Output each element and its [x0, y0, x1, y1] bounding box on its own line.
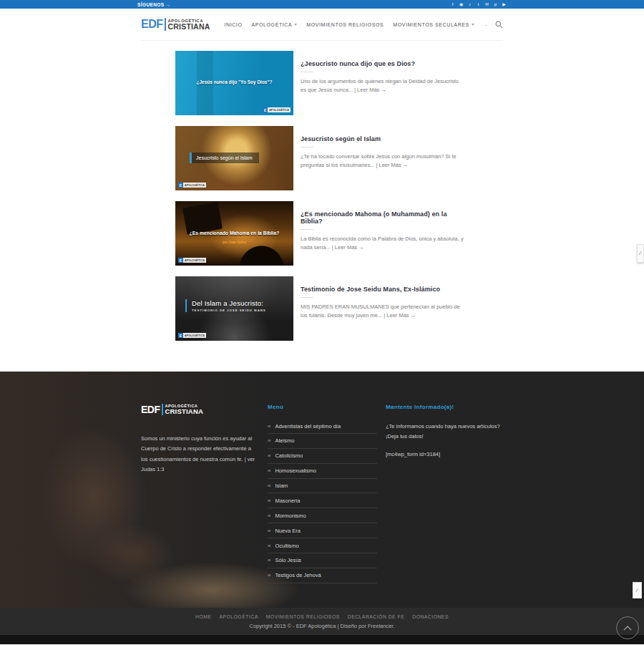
watermark-logo-icon: E [178, 258, 183, 263]
scroll-to-top-button[interactable] [616, 616, 639, 639]
list-icon: ≡ [268, 528, 270, 534]
footer-menu-item-nueva-era[interactable]: ≡Nueva Era [268, 523, 377, 538]
logo-abbr: EDF [141, 404, 160, 415]
footer-logo[interactable]: EDF APOLOGÉTICA CRISTIANA [141, 404, 259, 415]
watermark-badge: E APOLOGÉTICA [263, 107, 291, 112]
list-icon: ≡ [268, 572, 270, 578]
footer-menu-item-masoneria[interactable]: ≡Masoneria [268, 493, 377, 508]
footer-link-donaciones[interactable]: DONACIONES [412, 614, 449, 619]
article-excerpt[interactable]: ¿Te ha tocado conversar sobre Jesús con … [301, 152, 464, 170]
social-links: f ◉ ♪ t ✉ p ▶ [450, 2, 507, 6]
list-icon: ≡ [268, 423, 270, 430]
footer-menu-item-ocultismo[interactable]: ≡Ocultismo [268, 538, 377, 553]
search-icon[interactable] [495, 21, 503, 29]
list-icon: ≡ [268, 467, 270, 474]
nav-item-inicio[interactable]: INICIO [224, 22, 242, 27]
footer-link-apologetica[interactable]: APOLOGÉTICA [219, 614, 258, 619]
footer-widgets-area: EDF APOLOGÉTICA CRISTIANA Somos un minis… [0, 372, 644, 608]
side-widget-tab[interactable]: ⁄ [637, 244, 644, 263]
article-excerpt[interactable]: La Biblia es reconocida como la Palabra … [301, 235, 464, 253]
article-title-link[interactable]: ¿Es mencionado Mahoma (o Muhammad) en la… [301, 210, 464, 225]
footer-menu-title: Menú [268, 404, 377, 410]
topbar: SÍGUENOS → f ◉ ♪ t ✉ p ▶ [0, 0, 644, 9]
thumb-byline: por Juan Valles [175, 241, 293, 244]
list-icon: ≡ [268, 482, 270, 489]
thumb-caption: Del Islam a Jesucristo: [192, 299, 266, 307]
instagram-icon[interactable]: ◉ [459, 2, 464, 6]
email-icon[interactable]: ✉ [484, 2, 489, 6]
footer-menu-item-testigos[interactable]: ≡Testigos de Jehová [268, 568, 377, 583]
footer-link-movimientos-religiosos[interactable]: MOVIMIENTOS RELIGIOSOS [266, 614, 340, 619]
article-row: Del Islam a Jesucristo: TESTIMONIO DE JO… [175, 276, 463, 341]
footer-link-home[interactable]: HOME [195, 614, 211, 619]
list-icon: ≡ [268, 543, 270, 549]
footer-about-column: EDF APOLOGÉTICA CRISTIANA Somos un minis… [141, 404, 259, 583]
footer-menu-item-ateismo[interactable]: ≡Ateismo [268, 434, 377, 449]
article-title-link[interactable]: ¿Jesucristo nunca dijo que es Dios? [301, 60, 464, 67]
copyright-text: Copyright 2015 © - EDF Apologética | Dis… [0, 623, 644, 629]
footer-menu-item-mormonismo[interactable]: ≡Mormonismo [268, 508, 377, 523]
menu-item-label: Testigos de Jehová [275, 572, 321, 578]
nav-item-movimientos-religiosos[interactable]: MOVIMIENTOS RELIGIOSOS [306, 22, 384, 27]
header-right: - [485, 21, 503, 29]
chevron-up-icon [623, 626, 632, 631]
watermark-badge: E APOLOGÉTICA [178, 258, 206, 263]
pinterest-icon[interactable]: p [493, 2, 498, 6]
footer-menu-list: ≡Adventistas del séptimo día ≡Ateismo ≡C… [268, 419, 377, 583]
thumb-caption: ¿Jesús nunca dijo "Yo Soy Dios"? [175, 79, 293, 84]
article-body: Testimonio de Jose Seidu Mans, Ex-Islámi… [301, 276, 464, 341]
footer-menu-item-homosexualismo[interactable]: ≡Homosexualismo [268, 464, 377, 479]
list-icon: ≡ [268, 557, 270, 563]
follow-us-link[interactable]: SÍGUENOS → [137, 2, 171, 7]
logo-divider [165, 18, 166, 31]
article-title-link[interactable]: Jesucristo según el Islam [301, 135, 464, 142]
menu-item-label: Nueva Era [275, 528, 300, 534]
list-icon: ≡ [268, 452, 270, 459]
watermark-logo-icon: E [178, 183, 183, 188]
article-row: ¿Jesús nunca dijo "Yo Soy Dios"? E APOLO… [175, 51, 463, 115]
thumb-caption: Jesucristo según el Islam [190, 152, 259, 163]
nav-item-movimientos-seculares[interactable]: MOVIMIENTOS SECULARES [393, 22, 474, 27]
footer-menu-item-adventistas[interactable]: ≡Adventistas del séptimo día [268, 419, 377, 434]
logo-line2: CRISTIANA [168, 23, 210, 31]
newsletter-text: ¿Te informamos cuando haya nuevos artícu… [386, 422, 503, 442]
logo-text: APOLOGÉTICA CRISTIANA [168, 19, 210, 31]
menu-item-label: Islam [275, 482, 288, 489]
logo-text: APOLOGÉTICA CRISTIANA [165, 404, 204, 415]
tiktok-icon[interactable]: ♪ [467, 2, 472, 6]
article-thumbnail[interactable]: Del Islam a Jesucristo: TESTIMONIO DE JO… [175, 276, 293, 341]
footer: EDF APOLOGÉTICA CRISTIANA Somos un minis… [0, 372, 644, 644]
footer-link-declaracion-de-fe[interactable]: DECLARACIÓN DE FE [348, 614, 405, 619]
title-divider [301, 229, 313, 230]
menu-item-label: Masoneria [275, 498, 300, 504]
thumb-book-shape [182, 201, 222, 234]
nav-item-apologetica[interactable]: APOLOGÉTICA [251, 22, 297, 27]
twitter-icon[interactable]: t [476, 2, 481, 6]
article-row: ¿Es mencionado Mahoma en la Biblia? por … [175, 201, 463, 266]
article-list: ¿Jesús nunca dijo "Yo Soy Dios"? E APOLO… [175, 51, 463, 341]
youtube-icon[interactable]: ▶ [502, 2, 507, 6]
site-logo[interactable]: EDF APOLOGÉTICA CRISTIANA [141, 18, 210, 31]
article-excerpt[interactable]: Uno de los argumentos de quienes niegan … [301, 77, 464, 95]
article-excerpt[interactable]: MIS PADRES ERAN MUSULMANES que pertenecí… [301, 303, 464, 321]
menu-item-label: Ocultismo [275, 543, 298, 549]
chevron-down-icon [472, 24, 474, 26]
footer-menu-item-catolicismo[interactable]: ≡Catolicismo [268, 449, 377, 464]
watermark-text: APOLOGÉTICA [183, 333, 206, 338]
article-thumbnail[interactable]: Jesucristo según el Islam E APOLOGÉTICA [175, 126, 293, 190]
article-thumbnail[interactable]: ¿Jesús nunca dijo "Yo Soy Dios"? E APOLO… [175, 51, 293, 115]
side-widget-tab-2[interactable]: ⁄ [633, 582, 642, 598]
thumb-caption: ¿Es mencionado Mahoma en la Biblia? [175, 231, 293, 236]
article-thumbnail[interactable]: ¿Es mencionado Mahoma en la Biblia? por … [175, 201, 293, 266]
nav-label: MOVIMIENTOS RELIGIOSOS [306, 22, 384, 27]
logo-line2: CRISTIANA [165, 408, 204, 415]
menu-item-label: Catolicismo [275, 452, 303, 459]
menu-item-label: Mormonismo [275, 513, 306, 519]
footer-menu-item-solo-jesus[interactable]: ≡Sólo Jesús [268, 553, 377, 568]
facebook-icon[interactable]: f [450, 2, 455, 6]
footer-menu-item-islam[interactable]: ≡Islam [268, 479, 377, 494]
footer-newsletter-column: Mantente Informado(a)! ¿Te informamos cu… [386, 404, 503, 583]
article-title-link[interactable]: Testimonio de Jose Seidu Mans, Ex-Islámi… [301, 286, 464, 293]
article-body: ¿Es mencionado Mahoma (o Muhammad) en la… [301, 201, 464, 266]
nav-label: APOLOGÉTICA [251, 22, 292, 27]
